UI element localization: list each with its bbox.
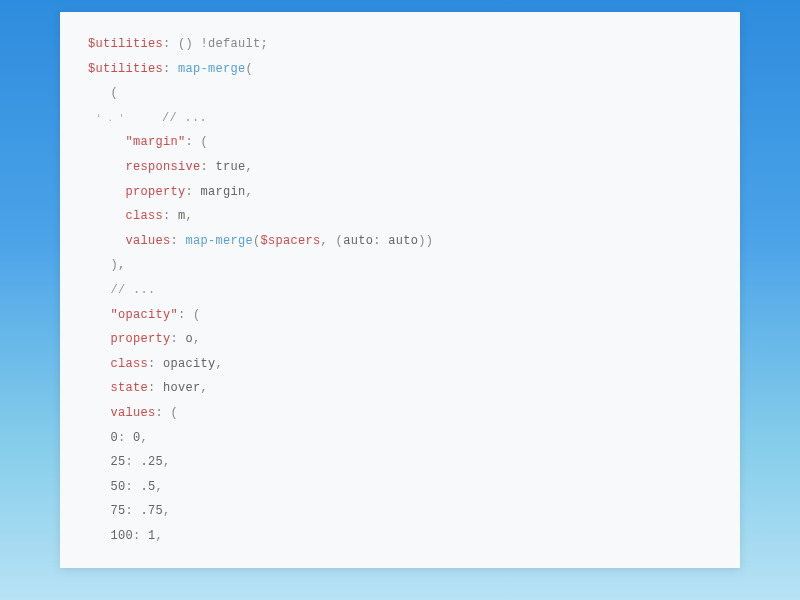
scss-function: map-merge (186, 234, 254, 248)
code-line-3: ( (88, 81, 712, 106)
scss-property: values (111, 406, 156, 420)
scss-variable: $utilities (88, 37, 163, 51)
scss-variable: $utilities (88, 62, 163, 76)
code-line-17: 0: 0, (88, 426, 712, 451)
code-line-21: 100: 1, (88, 524, 712, 549)
code-line-4: ' . ' // ... (88, 106, 712, 131)
code-line-5: "margin": ( (88, 130, 712, 155)
code-line-20: 75: .75, (88, 499, 712, 524)
code-line-12: "opacity": ( (88, 303, 712, 328)
scss-comment: // ... (162, 111, 207, 125)
code-block: $utilities: () !default; $utilities: map… (60, 12, 740, 568)
scss-string: "opacity" (111, 308, 179, 322)
annotation: ' . ' (96, 114, 125, 124)
code-line-2: $utilities: map-merge( (88, 57, 712, 82)
scss-property: values (126, 234, 171, 248)
scss-property: class (126, 209, 164, 223)
code-line-16: values: ( (88, 401, 712, 426)
code-line-8: class: m, (88, 204, 712, 229)
code-line-6: responsive: true, (88, 155, 712, 180)
code-line-18: 25: .25, (88, 450, 712, 475)
code-line-1: $utilities: () !default; (88, 32, 712, 57)
scss-function: map-merge (178, 62, 246, 76)
scss-property: property (111, 332, 171, 346)
code-line-19: 50: .5, (88, 475, 712, 500)
code-line-7: property: margin, (88, 180, 712, 205)
scss-property: class (111, 357, 149, 371)
scss-comment: // ... (111, 283, 156, 297)
code-line-15: state: hover, (88, 376, 712, 401)
scss-property: responsive (126, 160, 201, 174)
scss-property: state (111, 381, 149, 395)
scss-property: property (126, 185, 186, 199)
code-line-14: class: opacity, (88, 352, 712, 377)
code-line-13: property: o, (88, 327, 712, 352)
code-line-10: ), (88, 253, 712, 278)
code-line-11: // ... (88, 278, 712, 303)
scss-string: "margin" (126, 135, 186, 149)
code-line-9: values: map-merge($spacers, (auto: auto)… (88, 229, 712, 254)
